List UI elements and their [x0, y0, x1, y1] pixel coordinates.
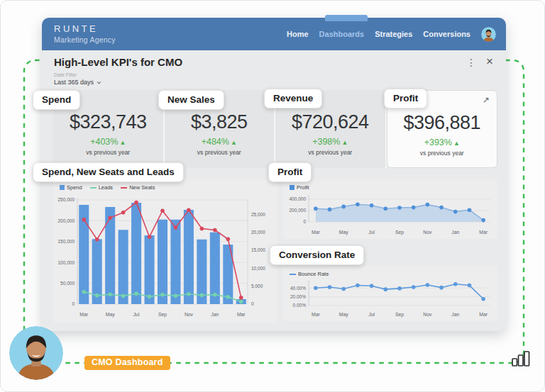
svg-text:50,000: 50,000 [60, 281, 75, 286]
main-nav: Home Dashboards Strategies Conversions [287, 18, 496, 50]
kpi-value: $720,624 [275, 111, 385, 133]
callout-chip-revenue: Revenue [264, 89, 322, 108]
avatar [9, 326, 63, 380]
svg-text:Nov: Nov [423, 230, 432, 235]
nav-conversions[interactable]: Conversions [423, 30, 470, 38]
kpi-delta: +398%▲ [275, 137, 385, 147]
kpi-delta: +393%▲ [387, 138, 497, 147]
callout-chip-profit: Profit [384, 89, 427, 108]
svg-text:15,000: 15,000 [251, 247, 265, 252]
chart-legend: Bounce Rate [283, 266, 497, 277]
nav-home[interactable]: Home [287, 30, 309, 38]
callout-chip-spend-seats-leads: Spend, New Seats and Leads [33, 162, 184, 182]
chart-bounce-rate: Bounce Rate 40.00%20.00%0.00%MarMayJulSe… [283, 266, 497, 321]
cmo-dashboard-badge: CMO Dashboard [84, 356, 170, 370]
svg-text:25,000: 25,000 [251, 212, 265, 217]
svg-text:200,000: 200,000 [290, 208, 307, 213]
chevron-down-icon [97, 80, 101, 84]
svg-text:Nov: Nov [423, 312, 432, 317]
kpi-value: $396,881 [387, 112, 497, 134]
svg-text:May: May [339, 230, 348, 235]
date-filter-dropdown[interactable]: Last 365 days [54, 79, 99, 86]
nav-dashboards[interactable]: Dashboards [319, 30, 365, 38]
svg-text:Mar: Mar [479, 312, 488, 317]
svg-text:Jul: Jul [133, 312, 140, 317]
mockup-canvas: RUNTE Marketing Agency Home Dashboards S… [0, 0, 545, 392]
chart-profit-trend: Profit 400,000200,0000MarMayJulSepNovJan… [283, 179, 497, 239]
brand: RUNTE Marketing Agency [54, 23, 116, 44]
legend-label: Profit [297, 184, 309, 191]
up-triangle-icon: ▲ [453, 140, 460, 147]
svg-text:Mar: Mar [79, 312, 88, 317]
kpi-note: vs previous year [165, 149, 275, 156]
svg-text:10,000: 10,000 [251, 266, 265, 271]
kpi-note: vs previous year [387, 150, 497, 157]
chart-legend: Profit [283, 179, 497, 191]
svg-text:0: 0 [72, 301, 75, 306]
callout-chip-new-sales: New Sales [158, 90, 224, 110]
avatar-image [9, 326, 63, 380]
svg-text:20.00%: 20.00% [290, 294, 306, 299]
user-avatar[interactable] [481, 27, 496, 42]
up-triangle-icon: ▲ [341, 139, 348, 146]
svg-text:Mar: Mar [312, 312, 320, 317]
svg-text:200,000: 200,000 [58, 218, 75, 223]
svg-text:20,000: 20,000 [251, 230, 265, 235]
legend-swatch-spend [60, 185, 65, 190]
kpi-value: $3,825 [165, 111, 275, 133]
kpi-delta: +403%▲ [53, 137, 163, 147]
callout-chip-conversion-rate: Conversion Rate [270, 245, 364, 265]
brand-name: RUNTE [54, 23, 116, 34]
kpi-note: vs previous year [275, 149, 385, 156]
expand-icon[interactable]: ↗ [483, 95, 490, 105]
svg-text:0.00%: 0.00% [293, 303, 307, 308]
svg-text:Jan: Jan [211, 312, 219, 317]
page-title: High-Level KPI's for CMO [54, 56, 182, 68]
legend-swatch-bounce-rate [290, 274, 296, 275]
up-triangle-icon: ▲ [231, 139, 237, 146]
chart-spend-seats-leads: Spend Leads New Seats 250,000200,000150,… [53, 179, 277, 323]
svg-text:Sep: Sep [158, 312, 167, 318]
line-chart-plot: 40.00%20.00%0.00%MarMayJulSepNovJanMar [283, 277, 497, 320]
svg-text:Mar: Mar [237, 312, 246, 317]
legend-swatch-new-seats [121, 187, 127, 189]
kpi-value: $323,743 [53, 111, 163, 133]
combo-chart-plot: 250,000200,000150,000100,00050,000025,00… [53, 191, 277, 320]
svg-text:Jul: Jul [368, 312, 375, 317]
svg-text:150,000: 150,000 [58, 239, 75, 244]
legend-label: Leads [99, 184, 113, 191]
date-filter-value: Last 365 days [54, 79, 94, 86]
svg-text:Sep: Sep [395, 230, 404, 235]
svg-text:Nov: Nov [185, 312, 194, 317]
svg-text:0: 0 [251, 301, 254, 306]
svg-text:5,000: 5,000 [251, 284, 263, 289]
svg-text:250,000: 250,000 [58, 197, 75, 202]
brand-subtitle: Marketing Agency [54, 35, 116, 44]
svg-text:40.00%: 40.00% [290, 286, 306, 291]
svg-text:Sep: Sep [395, 312, 404, 318]
legend-swatch-profit [290, 185, 294, 190]
svg-text:0: 0 [303, 219, 306, 224]
bar-chart-icon [511, 347, 531, 368]
kpi-note: vs previous year [53, 149, 163, 156]
area-chart-plot: 400,000200,0000MarMayJulSepNovJanMar [283, 191, 497, 237]
callout-chip-spend: Spend [33, 90, 80, 110]
close-icon[interactable]: × [486, 55, 493, 67]
app-header: RUNTE Marketing Agency Home Dashboards S… [42, 18, 506, 50]
kpi-delta: +484%▲ [165, 137, 275, 147]
svg-text:Mar: Mar [312, 230, 320, 235]
kebab-menu-icon[interactable]: ⋮ [466, 57, 476, 68]
legend-label: New Seats [129, 184, 155, 191]
svg-text:100,000: 100,000 [58, 260, 75, 265]
svg-text:May: May [339, 312, 348, 318]
legend-label: Spend [67, 184, 82, 191]
svg-text:Jan: Jan [451, 230, 459, 235]
date-filter-label: Date Filter [54, 72, 77, 77]
svg-text:400,000: 400,000 [290, 196, 307, 201]
nav-strategies[interactable]: Strategies [375, 30, 412, 38]
svg-text:Jan: Jan [451, 312, 459, 317]
svg-text:Jul: Jul [368, 230, 375, 235]
up-triangle-icon: ▲ [119, 139, 126, 146]
callout-chip-profit-chart: Profit [268, 162, 312, 182]
svg-text:May: May [106, 312, 115, 318]
